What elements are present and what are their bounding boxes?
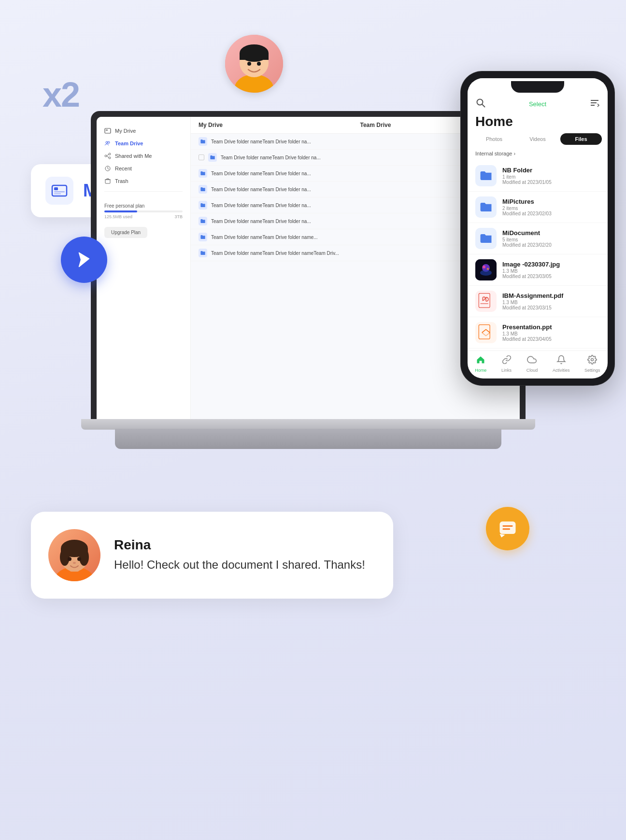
svg-rect-6 [52,185,67,196]
header-my-drive: My Drive [199,122,351,128]
sidebar-trash-label: Trash [115,178,128,184]
svg-rect-13 [106,129,108,131]
sidebar-item-team-drive[interactable]: Team Drive [97,137,190,150]
svg-point-44 [79,548,89,566]
svg-point-4 [247,62,251,66]
svg-rect-36 [479,325,490,339]
drive-icon [104,127,111,134]
folder-icon [199,217,207,225]
folder-icon [199,169,207,178]
upgrade-plan-button[interactable]: Upgrade Plan [104,227,147,238]
chat-message-text: Hello! Check out the document I shared. … [114,557,374,573]
row-name: Team Drive folder nameTeam Drive folder … [211,251,339,256]
breadcrumb-text: Internal storage [475,151,512,156]
file-name: Presentation.ppt [502,323,600,331]
file-meta: 1.3 MB Modified at 2023/03/15 [502,300,600,310]
svg-point-31 [480,270,492,276]
nav-activities[interactable]: Activities [553,355,570,373]
list-item[interactable]: MiDocument 5 items Modified at 2023/02/2… [468,223,608,254]
settings-icon [587,355,597,367]
sidebar-item-recent[interactable]: Recent [97,162,190,175]
phone-notch-bar [511,81,564,93]
svg-rect-7 [54,187,58,190]
bell-icon [556,355,566,367]
file-info: Image -0230307.jpg 1.3 MB Modified at 20… [502,261,600,279]
phone-notch [468,78,608,96]
file-meta: 1 item Modified at 2023/01/05 [502,174,600,185]
file-name: IBM-Assignment.pdf [502,292,600,299]
storage-section: Free personal plan 125.5MB used 3TB [97,196,190,223]
list-item[interactable]: Presentation.ppt 1.3 MB Modified at 2023… [468,317,608,349]
nav-links[interactable]: Links [501,355,512,373]
nav-cloud[interactable]: Cloud [526,355,538,373]
row-name: Team Drive folder nameTeam Drive folder … [211,139,311,144]
nav-cloud-label: Cloud [526,368,538,373]
sidebar-shared-label: Shared with Me [115,153,152,159]
svg-rect-12 [105,128,111,133]
phone-select-button[interactable]: Select [529,100,546,108]
folder-icon [199,137,207,146]
sidebar-team-drive-label: Team Drive [115,140,143,146]
list-item[interactable]: NB Folder 1 item Modified at 2023/01/05 [468,160,608,192]
sort-icon[interactable] [589,98,600,110]
sidebar-item-trash[interactable]: Trash [97,175,190,187]
svg-point-14 [106,141,108,143]
nav-settings[interactable]: Settings [584,355,600,373]
file-name: MiPictures [502,198,600,205]
phone-screen: Select Home Photos Videos Files [468,78,608,378]
folder-icon [475,196,497,218]
image-icon [475,259,497,280]
team-icon [104,140,111,147]
chat-icon-button[interactable] [486,507,529,550]
phone-top-bar: Select [468,96,608,114]
row-checkbox[interactable] [199,154,204,160]
row-name: Team Drive folder nameTeam Drive folder … [211,235,318,240]
sidebar-item-my-drive[interactable]: My Drive [97,125,190,137]
chat-card: Reina Hello! Check out the document I sh… [31,512,393,599]
file-info: Presentation.ppt 1.3 MB Modified at 2023… [502,323,600,342]
svg-point-17 [105,155,107,157]
file-name: NB Folder [502,167,600,174]
file-meta: 5 items Modified at 2023/02/20 [502,237,600,248]
svg-point-24 [477,99,483,105]
laptop: My Drive Team Drive [91,111,526,449]
file-info: MiPictures 2 items Modified at 2023/02/0… [502,198,600,216]
file-name: MiDocument [502,229,600,237]
home-icon [476,355,485,367]
share-icon [104,153,111,159]
row-name: Team Drive folder nameTeam Drive folder … [211,187,311,192]
cloud-icon [527,355,537,367]
ppt-icon [475,322,497,343]
storage-bar [104,210,183,212]
list-item[interactable]: MiPictures 2 items Modified at 2023/02/0… [468,192,608,223]
tab-videos[interactable]: Videos [517,133,558,145]
nav-home[interactable]: Home [475,355,486,373]
laptop-screen: My Drive Team Drive [91,111,526,420]
file-info: NB Folder 1 item Modified at 2023/01/05 [502,167,600,185]
share-circle-button[interactable] [61,237,107,283]
row-name: Team Drive folder nameTeam Drive folder … [211,219,311,224]
tab-files[interactable]: Files [560,133,602,145]
phone-file-list: NB Folder 1 item Modified at 2023/01/05 [468,160,608,350]
tab-photos[interactable]: Photos [473,133,515,145]
svg-rect-9 [54,193,61,195]
list-item[interactable]: Image -0230307.jpg 1.3 MB Modified at 20… [468,254,608,286]
sidebar-item-shared[interactable]: Shared with Me [97,150,190,162]
laptop-foot [115,429,501,449]
svg-point-32 [483,266,485,268]
folder-icon [199,233,207,241]
svg-line-19 [107,154,109,156]
chat-content: Reina Hello! Check out the document I sh… [114,537,374,573]
search-icon[interactable] [475,98,486,110]
folder-icon [199,249,207,257]
phone-breadcrumb[interactable]: Internal storage › [468,149,608,160]
links-icon [502,355,512,367]
storage-bar-fill [104,210,137,212]
recent-icon [104,165,111,172]
svg-point-5 [257,62,261,66]
file-name: Image -0230307.jpg [502,261,600,268]
list-item[interactable]: IBM-Assignment.pdf 1.3 MB Modified at 20… [468,286,608,317]
phone-bottom-nav: Home Links [468,350,608,378]
storage-used: 125.5MB used [104,214,132,219]
row-name: Team Drive folder nameTeam Drive folder … [221,155,321,160]
